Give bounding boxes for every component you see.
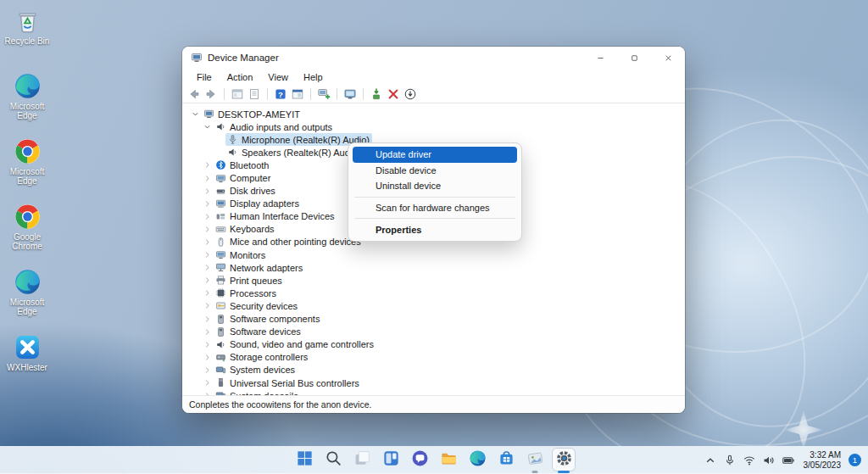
tree-row-system-devices[interactable]: System devices	[182, 364, 685, 376]
tree-row-desktop-ameyit[interactable]: DESKTOP-AMEYIT	[182, 108, 685, 120]
tree-row-processors[interactable]: Processors	[182, 287, 685, 299]
chrome-icon	[14, 203, 42, 231]
taskbar-task-view-button[interactable]	[351, 449, 373, 471]
notification-badge[interactable]: 1	[849, 454, 861, 466]
chevron-down-icon[interactable]	[191, 109, 200, 119]
taskbar-start-button[interactable]	[293, 449, 315, 471]
taskbar-file-explorer-button[interactable]	[437, 449, 459, 471]
chevron-right-icon[interactable]	[203, 288, 212, 298]
tree-row-label: Mice and other pointing devices	[230, 237, 361, 247]
taskbar-search-button[interactable]	[322, 449, 344, 471]
tray-microphone[interactable]	[723, 454, 737, 467]
shortcut-label: Recycle Bin	[5, 36, 50, 46]
context-menu-item-disable-device[interactable]: Disable device	[353, 163, 517, 179]
tree-row-label: Audio inputs and outputs	[230, 122, 332, 132]
context-menu-item-uninstall-device[interactable]: Uninstall device	[353, 178, 517, 194]
maximize-button[interactable]	[617, 47, 651, 69]
chevron-right-icon[interactable]	[203, 174, 212, 183]
edge-shortcut-2-shortcut[interactable]: Microsoft Edge	[2, 134, 53, 199]
chevron-right-icon[interactable]	[203, 263, 212, 272]
toolbar-forward-icon[interactable]	[204, 87, 218, 101]
taskbar-clock[interactable]: 3:32 AM 3/05/2023	[804, 450, 842, 470]
chevron-right-icon[interactable]	[203, 340, 212, 349]
chevron-right-icon[interactable]	[203, 327, 212, 337]
tree-row-software-devices[interactable]: Software devices	[182, 326, 685, 338]
toolbar-scan-icon[interactable]	[317, 87, 331, 101]
toolbar-uninstall-icon[interactable]	[387, 87, 400, 101]
tree-row-storage-controllers[interactable]: Storage controllers	[182, 351, 685, 364]
chevron-right-icon[interactable]	[203, 160, 212, 170]
edge-shortcut-3-shortcut[interactable]: Microsoft Edge	[2, 265, 53, 330]
chevron-right-icon[interactable]	[203, 212, 212, 221]
tree-row-sustem-doesoils[interactable]: Sustem doesoils	[182, 389, 685, 395]
chevron-right-icon[interactable]	[203, 250, 212, 259]
window-title: Device Manager	[208, 53, 279, 63]
tree-row-audio-inputs-and-outputs[interactable]: Audio inputs and outputs	[182, 120, 685, 133]
processor-icon	[215, 287, 226, 298]
taskbar-chat-button[interactable]	[409, 449, 431, 471]
chevron-right-icon[interactable]	[203, 225, 212, 234]
minimize-button[interactable]	[583, 47, 617, 69]
tree-row-print-queues[interactable]: Print queues	[182, 274, 685, 287]
toolbar-monitor-icon[interactable]	[343, 87, 357, 101]
chevron-right-icon[interactable]	[203, 365, 212, 375]
toolbar-panel-icon[interactable]	[291, 87, 304, 101]
tree-row-software-components[interactable]: Software components	[182, 313, 685, 326]
tree-row-universal-serial-bus-controllers[interactable]: Universal Serial Bus controllers	[182, 376, 685, 389]
close-button[interactable]	[651, 47, 685, 69]
context-menu-item-properties[interactable]: Properties	[353, 221, 517, 237]
taskbar-settings-button[interactable]	[553, 449, 575, 471]
toolbar-export-icon[interactable]	[248, 87, 261, 101]
system-tray: 3:32 AM 3/05/2023 1	[704, 446, 862, 474]
edge-shortcut-1-shortcut[interactable]: Microsoft Edge	[2, 69, 53, 134]
chevron-right-icon[interactable]	[203, 301, 212, 310]
shortcut-label: Google Chrome	[2, 232, 53, 251]
titlebar[interactable]: Device Manager	[182, 47, 685, 69]
chevron-right-icon[interactable]	[203, 199, 212, 209]
toolbar-disable-icon[interactable]	[403, 87, 417, 101]
app-shortcut-shortcut[interactable]: WXHlester	[2, 330, 53, 395]
menu-help[interactable]: Help	[296, 72, 331, 82]
chevron-right-icon[interactable]	[203, 378, 212, 388]
tree-row-label: Network adapters	[230, 263, 303, 273]
recycle-bin-shortcut[interactable]: Recycle Bin	[2, 3, 53, 69]
tree-row-monitors[interactable]: Monitors	[182, 248, 685, 261]
toolbar-help-icon[interactable]: ?	[274, 87, 287, 101]
chevron-right-icon[interactable]	[203, 353, 212, 362]
chevron-right-icon[interactable]	[203, 237, 212, 247]
chrome-icon	[14, 137, 42, 165]
display-adapter-icon	[215, 198, 226, 209]
chat-icon	[411, 449, 429, 471]
chevron-down-icon[interactable]	[203, 122, 212, 131]
taskbar-store-button[interactable]	[495, 449, 517, 471]
tree-row-network-adapters[interactable]: Network adapters	[182, 261, 685, 274]
chevron-right-icon[interactable]	[203, 315, 212, 324]
toolbar-back-icon[interactable]	[187, 87, 201, 101]
tray-wifi[interactable]	[743, 454, 756, 467]
menu-view[interactable]: View	[260, 72, 296, 82]
monitor-icon	[215, 249, 226, 260]
taskbar-edge-button[interactable]	[466, 449, 488, 471]
context-menu-item-scan-for-hardware-changes[interactable]: Scan for hardware changes	[353, 200, 517, 216]
tray-chevron[interactable]	[704, 454, 717, 467]
chevron-right-icon[interactable]	[203, 276, 212, 285]
menu-action[interactable]: Action	[220, 72, 261, 82]
tree-row-label: Display adapters	[230, 198, 299, 209]
tree-row-security-devices[interactable]: Security devices	[182, 299, 685, 312]
tree-row-sound-video-and-game-controllers[interactable]: Sound, video and game controllers	[182, 338, 685, 351]
tray-battery[interactable]	[782, 454, 795, 467]
chrome-shortcut-shortcut[interactable]: Google Chrome	[2, 199, 53, 265]
toolbar-update-icon[interactable]	[370, 87, 383, 101]
svg-text:?: ?	[278, 89, 283, 98]
shortcut-label: Microsoft Edge	[2, 167, 53, 186]
taskbar-photos-button[interactable]	[524, 449, 546, 471]
toolbar-console-icon[interactable]	[231, 87, 244, 101]
taskbar-widgets-button[interactable]	[380, 449, 402, 471]
menu-file[interactable]: File	[189, 72, 220, 82]
tree-row-label: Software devices	[230, 326, 301, 337]
tree-row-label: System devices	[230, 365, 295, 375]
toolbar-separator	[224, 88, 225, 100]
context-menu-item-update-driver[interactable]: Update driver	[353, 147, 517, 163]
chevron-right-icon[interactable]	[203, 187, 212, 196]
tray-volume[interactable]	[762, 454, 776, 467]
